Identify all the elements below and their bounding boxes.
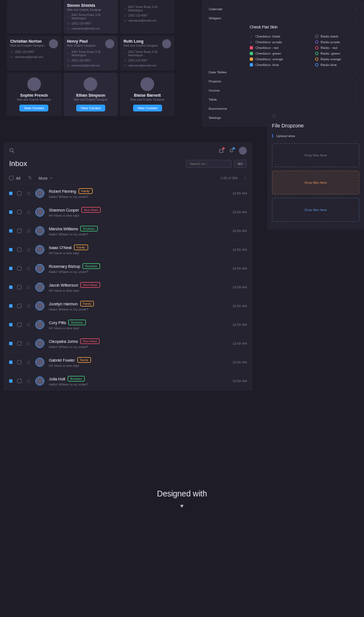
pin-icon bbox=[123, 52, 126, 55]
inbox-row[interactable]: Shannon Cooper Must Read Hi! Have a nice… bbox=[3, 203, 253, 222]
inbox-row[interactable]: Jacob Wilkerson Must Read Hi! Have a nic… bbox=[3, 278, 253, 297]
inbox-row[interactable]: Marsha Williams Business Hello! Where is… bbox=[3, 222, 253, 241]
drop-area[interactable]: Drop files here bbox=[272, 143, 359, 167]
radio-option[interactable]: Radio - red bbox=[315, 45, 358, 51]
inbox-row[interactable]: Gabriel Fowler Family Hi! Have a nice da… bbox=[3, 353, 253, 372]
checkbox-option[interactable]: Checkbox: purple bbox=[250, 39, 292, 45]
svg-rect-5 bbox=[124, 20, 126, 21]
search-input[interactable] bbox=[186, 160, 231, 168]
star-icon[interactable] bbox=[26, 304, 31, 308]
row-checkbox[interactable] bbox=[17, 191, 22, 196]
svg-rect-9 bbox=[68, 60, 69, 61]
contact-card[interactable]: Ruth Long Web and Graphic Designer 2421 … bbox=[120, 36, 175, 71]
inbox-row[interactable]: Cory Pitts Business Hi! Have a nice day!… bbox=[3, 316, 253, 334]
cart-button[interactable] bbox=[218, 148, 224, 154]
tag-badge: Family bbox=[80, 301, 94, 307]
row-checkbox[interactable] bbox=[17, 266, 22, 271]
tag-badge: Family bbox=[78, 188, 93, 194]
radio-option[interactable]: Radio black bbox=[315, 34, 358, 39]
drop-area[interactable]: Drop files here bbox=[272, 198, 359, 222]
avatar bbox=[105, 39, 114, 48]
avatar bbox=[35, 226, 44, 235]
contact-card[interactable] bbox=[7, 0, 61, 34]
inbox-row[interactable]: Cleopatra Johns Must Read Hello! Where i… bbox=[3, 334, 253, 353]
config-row[interactable]: Data Tables bbox=[209, 68, 357, 77]
row-checkbox[interactable] bbox=[17, 360, 22, 365]
more-dropdown[interactable]: More bbox=[39, 176, 53, 180]
star-icon[interactable] bbox=[26, 285, 31, 289]
contact-card[interactable]: Sophie French Web and Graphic Designer V… bbox=[7, 73, 61, 116]
sender-name: Cory Pitts bbox=[49, 321, 66, 325]
star-icon[interactable] bbox=[26, 322, 31, 327]
config-row[interactable]: Widgets bbox=[209, 14, 357, 23]
config-row[interactable]: Calendar bbox=[209, 5, 357, 14]
row-checkbox[interactable] bbox=[17, 229, 22, 233]
contact-card[interactable]: Henry Paul Web Graphic Designer 2421 Tor… bbox=[64, 36, 118, 71]
svg-rect-1 bbox=[68, 23, 69, 24]
view-contact-button[interactable]: View Contact bbox=[76, 105, 105, 111]
checkbox-label: Checkbox: black bbox=[255, 35, 280, 38]
config-row[interactable]: Table bbox=[209, 95, 357, 104]
contact-card[interactable]: 2421 Torres Road, A St. Washington (202)… bbox=[120, 0, 175, 34]
radio-icon bbox=[315, 40, 318, 44]
star-icon[interactable] bbox=[26, 191, 31, 196]
tag-badge: Business bbox=[80, 226, 97, 231]
inbox-row[interactable]: Rosemary Bishop Business Hello! Where is… bbox=[3, 259, 253, 278]
star-icon[interactable] bbox=[26, 210, 31, 214]
contact-card[interactable]: Steven Shields Web and Graphic Designer … bbox=[64, 0, 118, 34]
config-row-label: Invoice bbox=[209, 89, 220, 92]
star-icon[interactable] bbox=[26, 229, 31, 233]
inbox-row[interactable]: Robert Fleming Family Hello! Where is my… bbox=[3, 184, 253, 203]
row-checkbox[interactable] bbox=[17, 247, 22, 252]
unread-marker bbox=[9, 229, 13, 233]
star-icon[interactable] bbox=[26, 341, 31, 346]
select-all[interactable]: All bbox=[9, 176, 20, 180]
svg-rect-6 bbox=[11, 51, 13, 53]
checkbox-option[interactable]: Checkbox - red bbox=[250, 45, 292, 51]
checkbox-option[interactable]: Checkbox: orange bbox=[250, 56, 292, 62]
tag-badge: Must Read bbox=[80, 338, 100, 344]
radio-option[interactable]: Radio blue bbox=[315, 62, 358, 68]
message-preview: Hello! Where is my order? bbox=[49, 383, 228, 386]
message-time: 12:59 AM bbox=[233, 285, 247, 289]
go-button[interactable]: GO bbox=[234, 160, 247, 168]
refresh-icon[interactable] bbox=[27, 176, 32, 180]
config-row[interactable]: Invoice bbox=[209, 86, 357, 95]
row-checkbox[interactable] bbox=[17, 210, 22, 214]
inbox-row[interactable]: Jocelyn Harmon Family Hello! Where is my… bbox=[3, 297, 253, 316]
config-row-label: Calendar bbox=[209, 7, 222, 11]
tag-badge: Must Read bbox=[80, 282, 100, 288]
row-checkbox[interactable] bbox=[17, 341, 22, 346]
inbox-row[interactable]: Julia Holt Business Hello! Where is my o… bbox=[3, 372, 253, 391]
check-icon bbox=[250, 40, 253, 44]
star-icon[interactable] bbox=[26, 266, 31, 271]
search-icon[interactable] bbox=[9, 148, 15, 154]
inbox-row[interactable]: Isaac O'Neal Family Hi! Have a nice day!… bbox=[3, 241, 253, 259]
chevron-right-icon bbox=[354, 8, 357, 11]
radio-option[interactable]: Radio orange bbox=[315, 56, 358, 62]
bell-button[interactable] bbox=[229, 148, 234, 154]
row-checkbox[interactable] bbox=[17, 379, 22, 383]
message-preview: Hi! Have a nice day! bbox=[49, 289, 228, 292]
view-contact-button[interactable]: View Contact bbox=[19, 105, 48, 111]
radio-option[interactable]: Radio purple bbox=[315, 39, 358, 45]
radio-option[interactable]: Radio: green bbox=[315, 51, 358, 56]
contact-card[interactable]: Blaise Barnett Web and Graphic Designer … bbox=[120, 73, 175, 116]
row-checkbox[interactable] bbox=[17, 304, 22, 308]
contact-card[interactable]: Ethan Simpson Web and Graphic Designer V… bbox=[64, 73, 118, 116]
config-row[interactable]: Projects bbox=[209, 77, 357, 86]
drop-area[interactable]: Drop files here bbox=[272, 171, 359, 194]
row-checkbox[interactable] bbox=[17, 285, 22, 289]
star-icon[interactable] bbox=[26, 360, 31, 365]
search-icon[interactable] bbox=[272, 114, 276, 118]
avatar[interactable] bbox=[239, 147, 247, 155]
checkbox-option[interactable]: Checkbox: blue bbox=[250, 62, 292, 68]
contact-card[interactable]: Christian Norton Web and Graphic Designe… bbox=[7, 36, 61, 71]
star-icon[interactable] bbox=[26, 247, 31, 252]
row-checkbox[interactable] bbox=[17, 322, 22, 327]
checkbox-option[interactable]: Checkbox: green bbox=[250, 51, 292, 56]
star-icon[interactable] bbox=[26, 379, 31, 383]
view-contact-button[interactable]: View Contact bbox=[133, 105, 162, 111]
checkbox-option[interactable]: Checkbox: black bbox=[250, 34, 292, 39]
chevron-right-icon[interactable] bbox=[243, 176, 247, 180]
